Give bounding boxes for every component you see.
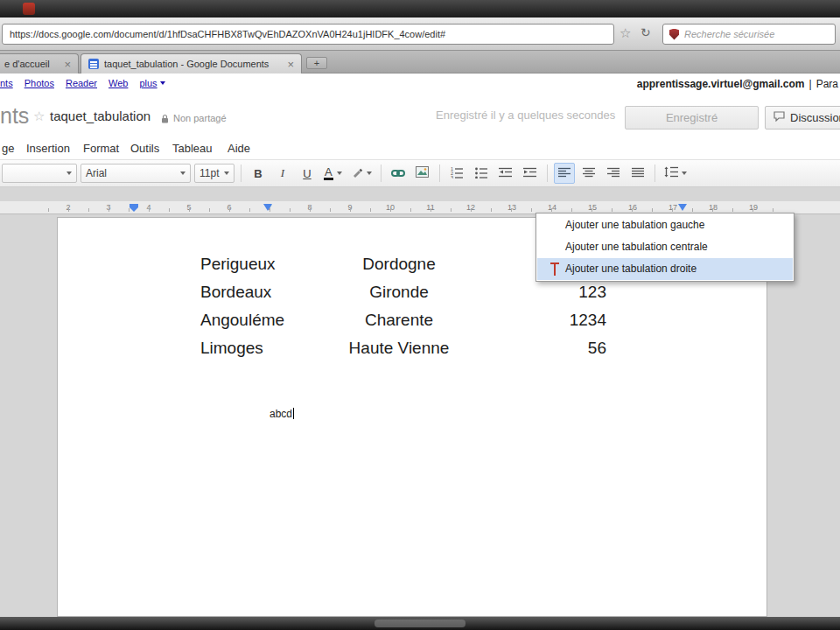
menu-insertion[interactable]: Insertion — [26, 142, 70, 155]
format-toolbar: Arial 11pt B I U A 123 — [0, 159, 840, 187]
cell-city: Angouléme — [200, 311, 284, 330]
table-row: Limoges Haute Vienne 56 — [58, 339, 766, 367]
outdent-button[interactable] — [495, 163, 516, 184]
discussion-button[interactable]: Discussion — [765, 106, 840, 130]
url-input[interactable]: https://docs.google.com/document/d/1hfDs… — [2, 24, 614, 45]
chevron-down-icon — [66, 172, 72, 175]
ruler-number: 18 — [709, 203, 718, 212]
account-area: apprentissage.virtuel@gmail.com | Para — [637, 78, 838, 90]
align-left-button[interactable] — [554, 163, 575, 184]
shield-icon — [669, 29, 679, 40]
bookmark-star-icon[interactable]: ☆ — [620, 26, 631, 39]
close-icon[interactable]: × — [287, 59, 294, 70]
image-icon — [416, 166, 429, 180]
menu-item-tab-center[interactable]: Ajouter une tabulation centrale — [537, 236, 793, 258]
docs-logo: nts — [0, 103, 29, 129]
svg-text:3: 3 — [451, 175, 453, 178]
menu-item-tab-left[interactable]: Ajouter une tabulation gauche — [537, 214, 793, 236]
discussion-label: Discussion — [790, 111, 840, 124]
line-spacing-button[interactable] — [662, 163, 690, 184]
font-size-dropdown[interactable]: 11pt — [194, 164, 234, 183]
link-icon — [391, 167, 405, 180]
align-center-button[interactable] — [578, 163, 599, 184]
outdent-icon — [499, 167, 513, 180]
link-documents[interactable]: nts — [0, 78, 13, 88]
red-tab-marker-icon — [550, 262, 559, 276]
tab-document-label: taquet_tabulation - Google Documents — [104, 59, 282, 69]
italic-icon: I — [281, 166, 284, 180]
menu-outils[interactable]: Outils — [130, 142, 159, 155]
ruler-number: 3 — [106, 203, 110, 212]
justify-icon — [632, 167, 644, 180]
ruler-number: 9 — [347, 203, 352, 212]
menu-format[interactable]: Format — [83, 142, 119, 155]
link-more[interactable]: plus — [139, 78, 164, 88]
ruler-number: 14 — [548, 203, 556, 212]
search-input[interactable]: Recherche sécurisée — [662, 24, 836, 45]
tab-home[interactable]: e d'accueil × — [0, 53, 79, 74]
menu-item-label: Ajouter une tabulation gauche — [565, 219, 704, 231]
underline-button[interactable]: U — [297, 163, 318, 184]
menu-tableau[interactable]: Tableau — [172, 142, 213, 155]
bold-button[interactable]: B — [248, 163, 269, 184]
ruler-number: 2 — [66, 203, 70, 212]
tab-stop-marker[interactable] — [263, 204, 272, 211]
align-left-icon — [558, 167, 570, 180]
link-web[interactable]: Web — [108, 78, 128, 88]
tab-home-label: e d'accueil — [4, 59, 59, 69]
italic-button[interactable]: I — [272, 163, 293, 184]
close-icon[interactable]: × — [64, 59, 71, 70]
toolbar-separator — [439, 164, 440, 182]
document-title[interactable]: taquet_tabulation — [50, 108, 150, 123]
text-color-button[interactable]: A — [321, 163, 345, 184]
align-right-button[interactable] — [603, 163, 624, 184]
save-status: Enregistré il y a quelques secondes — [436, 108, 615, 122]
share-status: Non partagé — [173, 113, 227, 123]
cell-department: Gironde — [290, 283, 508, 302]
ruler-number: 19 — [749, 203, 758, 212]
reload-icon[interactable]: ↻ — [640, 26, 651, 38]
ruler-number: 4 — [146, 203, 150, 212]
tab-document[interactable]: taquet_tabulation - Google Documents × — [80, 53, 302, 74]
toolbar-separator — [654, 164, 655, 182]
window-titlebar — [0, 0, 840, 18]
google-links: nts Photos Reader Web plus — [0, 78, 165, 88]
indent-marker[interactable] — [130, 204, 138, 212]
new-tab-button[interactable]: + — [306, 57, 327, 69]
chevron-down-icon — [682, 172, 687, 175]
toolbar-separator — [381, 164, 382, 182]
saved-button[interactable]: Enregistré — [625, 106, 759, 130]
indent-button[interactable] — [520, 163, 541, 184]
insert-image-button[interactable] — [412, 163, 433, 184]
ruler-number: 13 — [508, 203, 516, 212]
ruler-context-menu: Ajouter une tabulation gauche Ajouter un… — [536, 213, 794, 282]
ruler-number: 11 — [426, 203, 434, 212]
menu-item-tab-right[interactable]: Ajouter une tabulation droite — [537, 258, 793, 280]
bullet-list-button[interactable] — [471, 163, 492, 184]
text-cursor — [293, 408, 294, 419]
google-links-bar: nts Photos Reader Web plus apprentissage… — [0, 74, 840, 94]
menu-affichage[interactable]: ge — [2, 142, 14, 155]
styles-dropdown[interactable] — [2, 164, 77, 183]
menu-item-label: Ajouter une tabulation centrale — [565, 241, 708, 253]
chevron-down-icon — [337, 172, 342, 175]
cell-city: Limoges — [200, 339, 263, 358]
account-email: apprentissage.virtuel@gmail.com — [637, 78, 805, 90]
font-dropdown[interactable]: Arial — [80, 164, 191, 183]
tab-stop-marker[interactable] — [678, 204, 687, 211]
link-reader[interactable]: Reader — [66, 78, 97, 88]
menu-aide[interactable]: Aide — [228, 142, 250, 155]
highlight-color-button[interactable] — [348, 163, 374, 184]
chevron-down-icon — [160, 81, 165, 85]
settings-link[interactable]: Para — [816, 78, 838, 90]
numbered-list-button[interactable]: 123 — [446, 163, 467, 184]
font-value: Arial — [86, 167, 107, 179]
justify-button[interactable] — [627, 163, 648, 184]
favorite-star-icon[interactable]: ☆ — [33, 109, 45, 122]
chevron-down-icon — [367, 172, 372, 175]
align-right-icon — [607, 167, 620, 180]
cell-department: Dordogne — [290, 255, 508, 274]
insert-link-button[interactable] — [388, 163, 409, 184]
text-color-icon: A — [324, 166, 333, 181]
link-photos[interactable]: Photos — [24, 78, 54, 88]
